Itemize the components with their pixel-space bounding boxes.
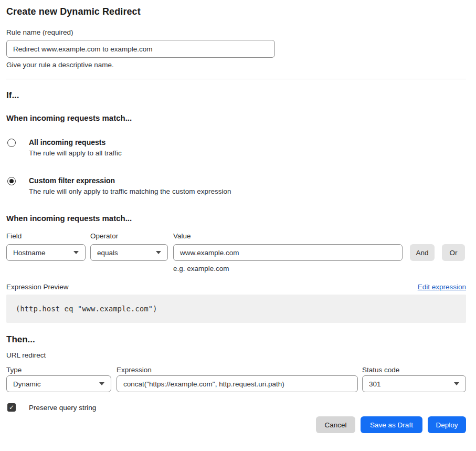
expression-preview-box: (http.host eq "www.example.com") (6, 295, 466, 323)
if-heading: If... (6, 90, 466, 101)
filter-builder-heading: When incoming requests match... (6, 214, 466, 223)
deploy-button[interactable]: Deploy (428, 416, 466, 433)
create-redirect-form: Create new Dynamic Redirect Rule name (r… (0, 0, 476, 433)
match-heading: When incoming requests match... (6, 113, 466, 122)
value-input[interactable]: www.example.com (173, 244, 403, 261)
filter-builder-row: Hostname equals www.example.com e.g. exa… (6, 244, 466, 272)
then-labels: Type Expression Status code (6, 366, 466, 374)
preserve-query-label: Preserve query string (29, 404, 96, 412)
chevron-down-icon (73, 251, 79, 254)
rule-name-input[interactable]: Redirect www.example.com to example.com (6, 40, 275, 58)
filter-builder-labels: Field Operator Value (6, 232, 466, 240)
radio-option-all-requests[interactable]: All incoming requests The rule will appl… (6, 138, 466, 157)
preserve-query-row[interactable]: ✓ Preserve query string (6, 403, 466, 412)
edit-expression-link[interactable]: Edit expression (418, 283, 466, 291)
radio-option-custom-filter[interactable]: Custom filter expression The rule will o… (6, 176, 466, 195)
field-label: Field (6, 232, 90, 240)
page-title: Create new Dynamic Redirect (6, 6, 466, 17)
chevron-down-icon (99, 382, 104, 385)
status-code-label: Status code (362, 366, 399, 374)
status-code-select[interactable]: 301 (362, 375, 466, 392)
expression-preview-header: Expression Preview Edit expression (6, 283, 466, 291)
type-select[interactable]: Dynamic (6, 375, 111, 392)
operator-select-value: equals (97, 249, 118, 257)
chevron-down-icon (156, 251, 161, 254)
radio-option-label: Custom filter expression (29, 176, 231, 185)
radio-texts: Custom filter expression The rule will o… (29, 176, 231, 195)
url-redirect-label: URL redirect (6, 351, 466, 359)
preserve-query-checkbox[interactable]: ✓ (7, 403, 16, 412)
section-divider (6, 79, 466, 79)
field-select[interactable]: Hostname (6, 244, 86, 261)
type-select-value: Dynamic (13, 380, 41, 388)
expression-label: Expression (117, 366, 362, 374)
form-actions: Cancel Save as Draft Deploy (6, 416, 466, 433)
rule-name-helper: Give your rule a descriptive name. (6, 61, 466, 69)
rule-name-label: Rule name (required) (6, 28, 466, 36)
then-heading: Then... (6, 334, 466, 345)
operator-select[interactable]: equals (90, 244, 168, 261)
status-code-select-value: 301 (369, 380, 381, 388)
expression-preview-label: Expression Preview (6, 283, 69, 291)
radio-button[interactable] (7, 139, 16, 147)
radio-option-label: All incoming requests (29, 138, 122, 146)
redirect-expression-input[interactable]: concat("https://example.com", http.reque… (117, 375, 358, 392)
type-label: Type (6, 366, 117, 374)
save-as-draft-button[interactable]: Save as Draft (361, 416, 422, 433)
cancel-button[interactable]: Cancel (316, 416, 355, 433)
expression-preview-code: (http.host eq "www.example.com") (16, 305, 157, 313)
radio-button[interactable] (7, 177, 16, 185)
operator-label: Operator (90, 232, 173, 240)
rule-name-section: Rule name (required) Redirect www.exampl… (6, 28, 466, 69)
and-button[interactable]: And (410, 244, 435, 261)
field-select-value: Hostname (13, 249, 46, 257)
value-label: Value (173, 232, 191, 240)
checkmark-icon: ✓ (9, 404, 14, 411)
radio-option-description: The rule will only apply to traffic matc… (29, 187, 231, 195)
value-column: www.example.com e.g. example.com (173, 244, 403, 272)
radio-option-description: The rule will apply to all traffic (29, 149, 122, 157)
value-helper: e.g. example.com (173, 265, 403, 272)
then-row: Dynamic concat("https://example.com", ht… (6, 375, 466, 392)
chevron-down-icon (454, 382, 459, 385)
radio-texts: All incoming requests The rule will appl… (29, 138, 122, 157)
or-button[interactable]: Or (442, 244, 465, 261)
